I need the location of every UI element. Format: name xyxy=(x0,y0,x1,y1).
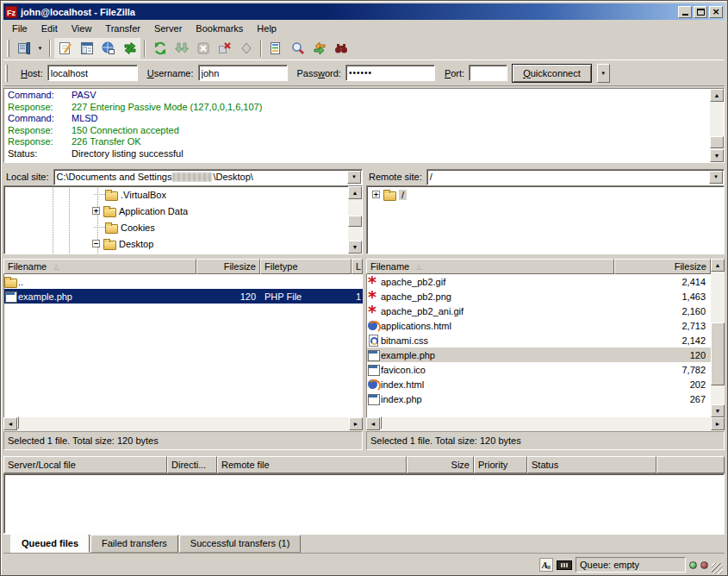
local-list-hscrollbar[interactable]: ◄ ► xyxy=(3,417,363,431)
file-row-selected[interactable]: example.php120 xyxy=(367,347,711,362)
refresh-button[interactable] xyxy=(149,38,171,59)
file-row[interactable]: apache_pb2.gif2,414 xyxy=(367,274,711,289)
resize-grip[interactable] xyxy=(712,563,723,574)
remote-list-scrollbar[interactable]: ▲ ▼ xyxy=(711,259,725,417)
scroll-down-button[interactable]: ▼ xyxy=(710,149,724,162)
combo-dropdown-icon[interactable]: ▼ xyxy=(709,171,723,184)
column-header-priority[interactable]: Priority xyxy=(474,456,527,473)
message-log-body[interactable]: Command:PASV Response:227 Entering Passi… xyxy=(4,89,710,162)
file-row[interactable]: apache_pb2.png1,463 xyxy=(367,289,711,304)
toggle-message-log-button[interactable] xyxy=(54,38,76,59)
minimize-button[interactable] xyxy=(678,6,692,18)
close-button[interactable]: × xyxy=(709,6,723,18)
scroll-up-button[interactable]: ▲ xyxy=(711,259,725,272)
quickconnect-gripper[interactable] xyxy=(5,65,8,82)
username-input[interactable] xyxy=(198,65,288,81)
local-tree-area[interactable]: .VirtualBox + Application Data Cookies − xyxy=(4,186,348,254)
menu-view[interactable]: View xyxy=(65,21,99,36)
scroll-right-button[interactable]: ► xyxy=(711,417,725,430)
column-header-size[interactable]: Size xyxy=(407,456,474,473)
port-input[interactable] xyxy=(469,65,507,81)
column-header-filename[interactable]: Filename△ xyxy=(3,259,196,274)
local-site-combo[interactable]: C:\Documents and Settings\Desktop\ ▼ xyxy=(53,169,363,185)
file-row-updir[interactable]: .. xyxy=(4,274,363,289)
column-header-remote-file[interactable]: Remote file xyxy=(217,456,407,473)
speed-limit-icon[interactable] xyxy=(557,560,572,570)
host-input[interactable] xyxy=(47,65,138,81)
remote-tree-area[interactable]: + / xyxy=(367,186,724,254)
cancel-operation-button[interactable] xyxy=(192,38,214,59)
scroll-track[interactable] xyxy=(710,102,724,149)
process-queue-button[interactable] xyxy=(171,38,192,59)
toggle-transfer-queue-button[interactable] xyxy=(119,38,140,59)
menu-file[interactable]: File xyxy=(5,21,34,36)
scroll-track[interactable] xyxy=(380,417,711,431)
file-row[interactable]: applications.html2,713 xyxy=(367,318,711,333)
data-type-icon[interactable]: A xyxy=(539,558,553,572)
combo-dropdown-icon[interactable]: ▼ xyxy=(347,171,361,184)
scroll-thumb[interactable] xyxy=(17,416,19,429)
file-row[interactable]: index.php267 xyxy=(367,391,711,406)
scroll-left-button[interactable]: ◄ xyxy=(3,417,17,430)
menu-edit[interactable]: Edit xyxy=(34,21,65,36)
tree-item-root[interactable]: + / xyxy=(367,186,724,203)
tree-item-virtualbox[interactable]: .VirtualBox xyxy=(4,186,348,203)
remote-site-combo[interactable]: / ▼ xyxy=(426,169,725,185)
remote-list-body[interactable]: apache_pb2.gif2,414 apache_pb2.png1,463 … xyxy=(366,274,711,417)
column-header-status[interactable]: Status xyxy=(527,456,656,473)
scroll-down-button[interactable]: ▼ xyxy=(348,241,362,254)
column-header-filename[interactable]: Filename△ xyxy=(366,259,614,274)
scroll-thumb[interactable] xyxy=(348,216,362,227)
file-row[interactable]: favicon.ico7,782 xyxy=(367,362,711,377)
file-row[interactable]: bitnami.css2,142 xyxy=(367,333,711,347)
tab-queued-files[interactable]: Queued files xyxy=(10,534,90,553)
toggle-local-tree-button[interactable] xyxy=(76,38,97,59)
column-header-server-local-file[interactable]: Server/Local file xyxy=(3,456,167,473)
remote-list-hscrollbar[interactable]: ◄ ► xyxy=(366,417,725,431)
column-header-filesize[interactable]: Filesize xyxy=(196,259,260,274)
scroll-up-button[interactable]: ▲ xyxy=(348,186,362,199)
password-input[interactable] xyxy=(345,65,435,81)
scroll-right-button[interactable]: ► xyxy=(349,417,363,430)
scroll-track[interactable] xyxy=(348,199,362,241)
local-tree-scrollbar[interactable]: ▲ ▼ xyxy=(348,186,362,254)
tree-item-cookies[interactable]: Cookies xyxy=(4,219,348,235)
tab-failed-transfers[interactable]: Failed transfers xyxy=(90,535,178,553)
scroll-thumb[interactable] xyxy=(711,322,725,386)
toolbar-gripper[interactable] xyxy=(7,40,9,57)
file-row[interactable]: index.html202 xyxy=(367,377,711,391)
file-row[interactable]: apache_pb2_ani.gif2,160 xyxy=(367,304,711,318)
tree-item-application-data[interactable]: + Application Data xyxy=(4,203,348,219)
disconnect-button[interactable] xyxy=(214,38,235,59)
column-header-direction[interactable]: Directi... xyxy=(167,456,217,473)
titlebar[interactable]: Fz john@localhost - FileZilla × xyxy=(3,3,725,20)
menu-help[interactable]: Help xyxy=(250,21,283,36)
horizontal-splitter[interactable] xyxy=(3,450,725,456)
reconnect-button[interactable] xyxy=(235,38,257,59)
directory-filters-button[interactable] xyxy=(265,38,287,59)
synchronized-browsing-button[interactable] xyxy=(308,38,330,59)
scroll-thumb[interactable] xyxy=(380,416,382,429)
column-header-filetype[interactable]: Filetype xyxy=(260,259,352,274)
menu-bookmarks[interactable]: Bookmarks xyxy=(189,21,250,36)
find-files-button[interactable] xyxy=(330,38,352,59)
tree-item-desktop[interactable]: − Desktop xyxy=(4,235,348,252)
local-list-body[interactable]: .. example.php 120 PHP File 1 xyxy=(3,274,363,417)
column-header-last-modified[interactable]: L xyxy=(352,259,363,274)
expand-icon[interactable]: + xyxy=(92,207,100,215)
menu-server[interactable]: Server xyxy=(147,21,189,36)
expand-icon[interactable]: + xyxy=(372,191,380,198)
scroll-track[interactable] xyxy=(17,417,349,431)
scroll-up-button[interactable]: ▲ xyxy=(710,89,724,102)
toggle-remote-tree-button[interactable] xyxy=(97,38,119,59)
collapse-icon[interactable]: − xyxy=(92,240,100,247)
site-manager-dropdown[interactable]: ▼ xyxy=(34,38,46,59)
site-manager-button[interactable] xyxy=(13,38,34,59)
scroll-down-button[interactable]: ▼ xyxy=(711,404,725,417)
quickconnect-button[interactable]: Quickconnect xyxy=(512,64,592,83)
tab-successful-transfers[interactable]: Successful transfers (1) xyxy=(179,535,302,553)
scroll-left-button[interactable]: ◄ xyxy=(366,417,380,430)
scroll-track[interactable] xyxy=(711,272,725,404)
maximize-button[interactable] xyxy=(694,6,707,18)
quickconnect-dropdown[interactable]: ▼ xyxy=(597,64,610,83)
